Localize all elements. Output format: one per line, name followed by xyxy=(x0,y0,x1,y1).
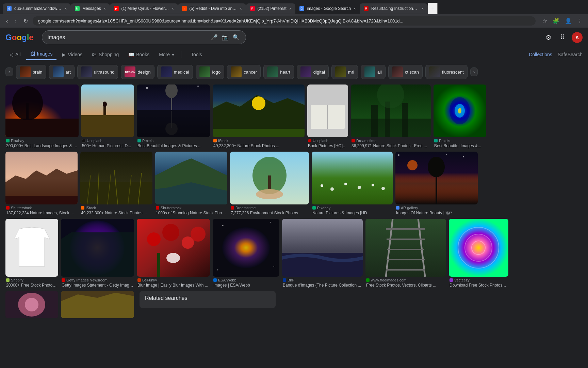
image-item-r2i3[interactable]: Shutterstock 1000s of Stunning Nature St… xyxy=(155,152,227,216)
tab-pinterest[interactable]: P (2152) Pinterest × xyxy=(246,3,295,14)
extension-button[interactable]: 🧩 xyxy=(551,16,561,26)
google-logo[interactable]: Google xyxy=(5,33,34,42)
image-item-r3i5[interactable]: BnF Banque d'images (The Picture Collect… xyxy=(282,219,363,288)
image-item-r4i1[interactable] xyxy=(5,291,58,318)
chip-heart[interactable]: heart xyxy=(263,65,294,79)
tab-close-miley[interactable]: × xyxy=(172,7,174,11)
chip-digital[interactable]: digital xyxy=(297,65,329,79)
tab-close-google[interactable]: × xyxy=(354,7,356,11)
chip-logo[interactable]: logo xyxy=(196,65,225,79)
tab-favicon-pinterest: P xyxy=(250,6,255,11)
image-item-r1i5[interactable]: Unsplash Book Pictures [HQ] | Do... xyxy=(307,85,348,149)
reload-button[interactable]: ↻ xyxy=(21,16,30,26)
chips-scroll-right[interactable]: › xyxy=(470,67,478,76)
image-item-r3i3[interactable]: BeFunky Blur Image | Easily Blur Images … xyxy=(137,219,210,288)
safesearch-button[interactable]: SafeSearch xyxy=(558,52,583,57)
tab-messages[interactable]: M Messages × xyxy=(71,3,110,14)
chip-mri[interactable]: mri xyxy=(331,65,358,79)
svg-point-50 xyxy=(256,189,283,199)
image-item-r2i5[interactable]: Pixabay Nature Pictures & Images [HD ... xyxy=(312,152,393,216)
google-page: Google 🎤 📷 🔍 ⚙ ⠿ A ◁ All 🖼 Images ▶ Vide… xyxy=(0,28,588,334)
chip-label-art: art xyxy=(66,70,71,75)
chip-brain[interactable]: brain xyxy=(16,65,46,79)
tab-close-resurfacing[interactable]: × xyxy=(422,7,424,11)
voice-search-button[interactable]: 🎤 xyxy=(210,33,218,41)
image-item-r2i2[interactable]: iStock 49,232,300+ Nature Stock Photos .… xyxy=(80,152,152,216)
tab-label-messages: Messages xyxy=(82,6,101,11)
item-source-r2i2: iStock xyxy=(81,206,152,210)
image-item-r4i2[interactable] xyxy=(61,291,134,318)
tab-close-pinterest[interactable]: × xyxy=(289,7,291,11)
nav-item-videos[interactable]: ▶ Videos xyxy=(58,49,86,60)
tab-close-messages[interactable]: × xyxy=(104,7,106,11)
address-bar-input[interactable] xyxy=(33,16,536,26)
tab-miley[interactable]: ▶ (1) Miley Cyrus - Flowers... × xyxy=(110,3,178,14)
profile-button[interactable]: 👤 xyxy=(564,16,573,26)
menu-button[interactable]: ⋮ xyxy=(576,16,584,26)
tab-resurfacing[interactable]: R Resurfacing Instructions: Ta... × xyxy=(360,3,428,14)
image-search-button[interactable]: 📷 xyxy=(221,33,229,41)
chip-all[interactable]: all xyxy=(361,65,386,79)
bookmark-button[interactable]: ☆ xyxy=(541,16,549,26)
nav-item-all[interactable]: ◁ All xyxy=(5,49,25,60)
search-button[interactable]: 🔍 xyxy=(232,33,240,41)
tab-label-duo: duo-summarize/window_par... xyxy=(14,6,62,11)
collections-link[interactable]: Collections xyxy=(529,52,552,57)
forward-button[interactable]: › xyxy=(13,17,18,26)
image-item-r1i3[interactable]: Pexels Best Beautiful Images & Pictures … xyxy=(137,85,210,149)
tab-reddit[interactable]: r (5) Reddit - Dive into anythi... × xyxy=(178,3,246,14)
tab-duo[interactable]: d duo-summarize/window_par... × xyxy=(3,3,71,14)
settings-button[interactable]: ⚙ xyxy=(544,32,553,43)
chip-medical[interactable]: medical xyxy=(157,65,193,79)
item-title-r1i3: Best Beautiful Images & Pictures ... xyxy=(137,143,209,148)
image-item-r1i6[interactable]: Dreamstime 36,299,971 Nature Stock Photo… xyxy=(351,85,431,149)
nav-item-books[interactable]: 📖 Books xyxy=(124,49,153,60)
source-name-r2i3: Shutterstock xyxy=(161,206,181,210)
back-button[interactable]: ‹ xyxy=(4,17,10,26)
image-item-r1i4[interactable]: IS iStock 49,232,300+ Nature Stock Photo… xyxy=(213,85,305,149)
item-source-r3i4: ESA/Webb xyxy=(213,278,279,282)
image-item-r3i7[interactable]: Vecteezy Download Free Stock Photos, Ima… xyxy=(449,219,508,288)
search-input[interactable] xyxy=(48,34,208,41)
chip-ultrasound[interactable]: ultrasound xyxy=(77,65,118,79)
chip-fluorescent[interactable]: fluorescent xyxy=(425,65,468,79)
tab-label-reddit: (5) Reddit - Dive into anythi... xyxy=(190,6,237,11)
source-name-r3i7: Vecteezy xyxy=(454,278,470,282)
nav-item-images[interactable]: 🖼 Images xyxy=(26,48,57,60)
image-item-r3i6[interactable]: www.freeimages.com Free Stock Photos, Ve… xyxy=(365,219,446,288)
image-item-r1i2[interactable]: Unsplash 500+ Human Pictures | D... xyxy=(81,85,134,149)
source-icon-r3i2 xyxy=(62,278,65,282)
item-info-r1i2: Unsplash 500+ Human Pictures | D... xyxy=(81,137,134,149)
chip-label-ct-scan: ct scan xyxy=(405,70,419,75)
item-title-r1i4: 49,232,300+ Nature Stock Photos ... xyxy=(213,143,304,148)
image-item-r1i1[interactable]: Pixabay 200,000+ Best Landscape Images &… xyxy=(5,85,79,149)
chip-design[interactable]: DESIGN design xyxy=(121,65,154,79)
image-item-r3i4[interactable]: ESA/Webb Images | ESA/Webb xyxy=(213,219,279,288)
chip-art[interactable]: art xyxy=(49,65,75,79)
user-avatar[interactable]: A xyxy=(572,32,583,43)
image-item-r3i1[interactable]: Shopify 20000+ Free Stock Photos a... xyxy=(5,219,58,288)
svg-point-59 xyxy=(407,160,418,170)
chip-ct-scan[interactable]: ct scan xyxy=(388,65,423,79)
tab-google[interactable]: G images - Google Search × xyxy=(295,3,360,14)
item-title-r1i6: 36,299,971 Nature Stock Photos - Free ..… xyxy=(352,143,430,148)
nav-item-more[interactable]: More ▾ xyxy=(155,49,178,60)
item-source-r2i3: Shutterstock xyxy=(156,206,227,210)
chips-scroll-left[interactable]: ‹ xyxy=(5,67,13,76)
chip-img-cancer xyxy=(231,66,242,77)
tab-close-duo[interactable]: × xyxy=(65,7,67,11)
tools-button[interactable]: Tools xyxy=(187,49,206,60)
image-item-r2i4[interactable]: Dreamstime 7,277,226 Environment Stock P… xyxy=(230,152,309,216)
new-tab-button[interactable]: + xyxy=(428,3,438,14)
svg-rect-19 xyxy=(213,129,305,137)
tab-close-reddit[interactable]: × xyxy=(240,7,242,11)
item-source-r1i4: IS iStock xyxy=(213,139,304,143)
apps-button[interactable]: ⠿ xyxy=(558,32,566,43)
image-item-r3i2[interactable]: Getty Images Newsroom Getty Images State… xyxy=(61,219,134,288)
image-item-r2i6[interactable]: AR gallery Images Of Nature Beauty | सुं… xyxy=(395,152,478,216)
image-item-r2i1[interactable]: Shutterstock 137,022,234 Nature Images, … xyxy=(5,152,78,216)
source-name-r1i2: Unsplash xyxy=(87,139,102,143)
image-item-r1i7[interactable]: Pexels Best Beautiful Images &... xyxy=(434,85,486,149)
nav-item-shopping[interactable]: 🛍 Shopping xyxy=(88,49,123,60)
chip-cancer[interactable]: cancer xyxy=(227,65,261,79)
